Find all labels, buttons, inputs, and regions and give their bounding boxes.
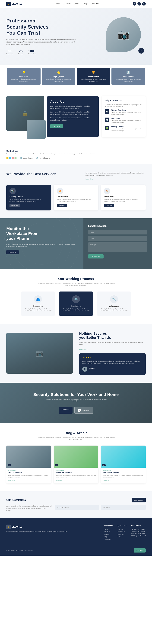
solutions-buttons: Learn More ▶ Watch Video	[6, 407, 146, 414]
feature-product[interactable]: 🏆 Best Product Lorem ipsum dolor sit ame…	[77, 68, 110, 85]
certified-icon: ✅	[105, 126, 109, 130]
footer-nav-blog[interactable]: Blog	[104, 536, 113, 538]
nav-contact[interactable]: Contact Us	[91, 3, 99, 5]
about-image-left: 🔒	[6, 96, 44, 137]
linkedin-icon[interactable]: in	[142, 2, 146, 6]
services-header: We Provide The Best Services Lorem ipsum…	[6, 172, 146, 180]
about-para3: Lorem ipsum dolor sit amet, consectetur …	[50, 117, 95, 121]
monitor-learn-more[interactable]: Learn More	[6, 250, 19, 254]
hero-content: Professional Security Services You Can T…	[6, 18, 76, 58]
why-experience: 📅 23 Years Experience Lorem ipsum dolor …	[105, 109, 143, 115]
monitor-name-field[interactable]: Name	[88, 230, 147, 234]
newsletter-submit-btn[interactable]: Submit Button	[131, 498, 146, 502]
solutions-primary-btn[interactable]: Learn More	[59, 407, 73, 414]
footer-quick-col: Quick Link Services Contact Us About Us …	[118, 524, 126, 541]
facebook-icon[interactable]: f	[133, 2, 136, 6]
newsletter-email-field[interactable]: Your Email Address	[55, 505, 100, 510]
step-maintenance-desc: We bring the best people together to cha…	[99, 308, 129, 312]
features-strip: 💡 Innovation Lorem ipsum dolor sit amet,…	[0, 68, 152, 85]
solutions-secondary-btn[interactable]: ▶ Watch Video	[74, 407, 93, 414]
blog-post-title-1: Security solutions	[8, 472, 49, 473]
why-desc: Lorem ipsum dolor sit amet, consectetur …	[105, 104, 143, 107]
footer-quick-about[interactable]: About Us	[118, 534, 126, 535]
nav-services[interactable]: Services	[74, 3, 80, 5]
services-icon: 🔝	[114, 71, 143, 74]
quality-icon: ⭐	[44, 71, 73, 74]
hero-image: 📷 ▶	[101, 17, 146, 58]
newsletter-body: Lorem ipsum dolor sit amet, consectetur …	[6, 505, 146, 512]
footer-quick-services[interactable]: Services	[118, 528, 126, 530]
monitor-desc: Lorem ipsum dolor sit amet, consectetur …	[6, 243, 77, 248]
nothing-content: Nothing Secures you Better Than Us Lorem…	[79, 332, 146, 375]
nav-logo[interactable]: 🔒 SECUREZ	[6, 2, 22, 6]
blog-post-desc-2: Lorem ipsum dolor sit amet, consectetur …	[56, 474, 97, 478]
partners-desc: Lorem ipsum dolor sit amet, consectetur …	[6, 153, 146, 155]
blog-image-2: 18	[54, 446, 98, 468]
services-learn-more[interactable]: Learn More →	[85, 178, 95, 180]
monitor-email-field[interactable]: Email	[88, 236, 147, 241]
about-learn-more[interactable]: Learn More	[50, 124, 63, 128]
testimonial-author: R Ray Ale Client	[82, 366, 142, 372]
hero-title: Professional Security Services You Can T…	[6, 18, 76, 36]
blog-image-1: 15	[6, 446, 51, 468]
call-us-button[interactable]: 📞 Call Us	[134, 548, 146, 552]
experience-icon: 📅	[105, 109, 109, 114]
footer-quick-links: Services Contact Us About Us Blog	[118, 528, 126, 538]
newsletter-header: Our Newsletters Submit Button	[6, 498, 146, 502]
monitor-message-field[interactable]: Message	[88, 242, 147, 252]
monitor-submit-btn[interactable]: Submit Button	[88, 254, 104, 258]
step-installation-desc: We bring the best people together to cha…	[61, 308, 91, 312]
newsletter-section: Our Newsletters Submit Button Lorem ipsu…	[0, 491, 152, 518]
about-title: About Us	[50, 100, 95, 104]
play-button[interactable]: ▶	[138, 48, 144, 54]
footer-nav-home[interactable]: Home	[104, 528, 113, 530]
service-smart-btn[interactable]: Learn More	[104, 204, 114, 207]
newsletter-name-field[interactable]: Your Name	[101, 505, 146, 510]
why-title: Why Choose Us	[105, 99, 143, 102]
service-fire-btn[interactable]: Learn More	[57, 204, 67, 207]
blog-title: Blog & Article	[6, 431, 146, 435]
feature-innovation[interactable]: 💡 Innovation Lorem ipsum dolor sit amet,…	[7, 68, 41, 85]
footer-top: 🔒 SECUREZ Lorem ipsum dolor sit amet, co…	[6, 524, 146, 541]
footer-hours-title: Work Hours	[131, 524, 146, 526]
blog-read-3[interactable]: Learn More →	[103, 480, 111, 482]
nav-about[interactable]: About Us	[63, 3, 70, 5]
solutions-section: Security Solutions for Your Work and Hom…	[0, 383, 152, 423]
blog-post-title-2: Monitor the workplace	[56, 472, 97, 473]
footer-brand-desc: Lorem ipsum dolor sit amet, consectetur …	[6, 530, 99, 532]
support-desc: Lorem ipsum dolor sit amet, consectetur …	[111, 120, 143, 124]
footer-work-hours: +1 - 234 - 567 - 8910 +1 - 234 - 567 - 8…	[131, 528, 146, 536]
twitter-icon[interactable]: t	[137, 2, 141, 6]
step-discussion-desc: We bring the best people together to cha…	[23, 308, 53, 312]
blog-read-1[interactable]: Learn More →	[8, 480, 16, 482]
footer-nav-title: Navigation	[104, 524, 113, 526]
nav-page[interactable]: Page	[84, 3, 88, 5]
feature-services[interactable]: 🔝 Top Services Lorem ipsum dolor sit ame…	[111, 68, 145, 85]
footer-nav-contact[interactable]: Contact Us	[104, 538, 113, 540]
logo-icon: 🔒	[6, 2, 11, 6]
monitor-title: Monitor the Workplace From your Phone	[6, 226, 77, 241]
footer-nav-about[interactable]: About Us	[104, 531, 113, 532]
footer-quick-title: Quick Link	[118, 524, 126, 526]
footer-nav-services[interactable]: Services	[104, 534, 113, 535]
service-camera-btn[interactable]: Learn More	[10, 204, 20, 207]
nav-home[interactable]: Home	[56, 3, 60, 5]
blog-read-2[interactable]: Learn More →	[56, 480, 64, 482]
certified-desc: Lorem ipsum dolor sit amet, consectetur …	[111, 128, 143, 132]
nothing-learn-more[interactable]: Learn More →	[79, 348, 146, 350]
newsletter-fields: Your Email Address Your Name	[55, 505, 146, 510]
nav-social: f t in	[133, 2, 146, 6]
testimonial-stars: ★★★★★	[82, 356, 142, 358]
feature-quality[interactable]: ⭐ High Quality Lorem ipsum dolor sit ame…	[42, 68, 75, 85]
partner-logos: ⚖️ LegalSpawn ⚖️ LegalSpawn	[6, 157, 146, 159]
partner-circles	[6, 157, 17, 159]
footer-quick-blog[interactable]: Blog	[118, 536, 126, 538]
blog-date-2: 18	[55, 464, 58, 466]
footer-quick-contact[interactable]: Contact Us	[118, 531, 126, 532]
stat-projects: 100+ Project Done	[28, 49, 36, 55]
camera-image: 📷	[106, 17, 141, 52]
blog-date-3: 22	[102, 464, 106, 466]
blog-post-desc-1: Lorem ipsum dolor sit amet, consectetur …	[8, 474, 49, 478]
monitor-content: Monitor the Workplace From your Phone Lo…	[0, 218, 83, 269]
services-cards: 📷 Security Camera We bring the best secu…	[6, 185, 146, 210]
